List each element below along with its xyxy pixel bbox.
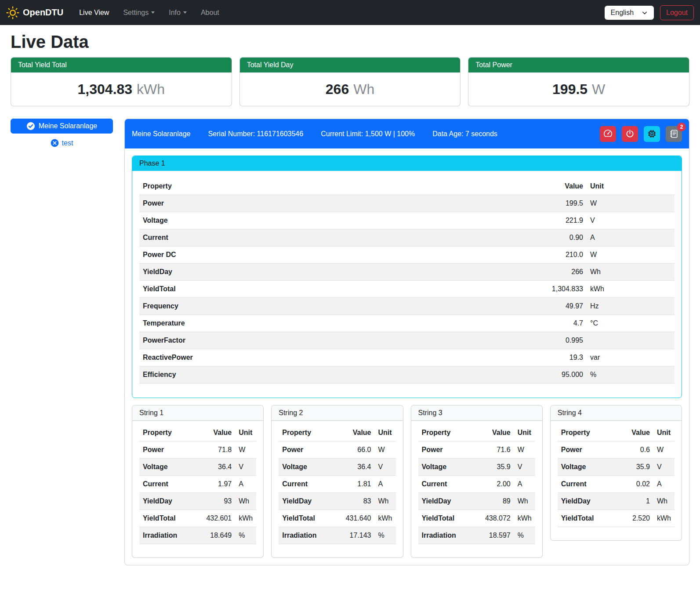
col-property: Property (139, 178, 534, 195)
inverter-data-age: Data Age: 7 seconds (432, 130, 497, 138)
value-cell: 71.8 (196, 441, 235, 459)
device-info-button[interactable] (644, 126, 660, 142)
value-cell: 17.143 (335, 527, 375, 544)
unit-cell: kWh (375, 510, 396, 527)
property-cell: Current (418, 476, 475, 493)
string-card-3: String 3 Property Value Unit (411, 405, 543, 558)
language-select[interactable]: English (605, 6, 654, 20)
value-cell: 0.90 (534, 229, 587, 246)
table-row: Efficiency95.000% (139, 366, 675, 384)
value-cell: 18.649 (196, 527, 235, 544)
language-value: English (611, 9, 634, 17)
unit-cell: kWh (587, 281, 675, 298)
card-unit: W (592, 81, 605, 98)
table-row: YieldTotal438.072kWh (418, 510, 535, 527)
unit-cell: A (587, 229, 675, 246)
property-cell: Power (418, 441, 475, 459)
power-toggle-button[interactable] (622, 126, 638, 142)
table-row: Irradiation17.143% (279, 527, 395, 544)
property-cell: Efficiency (139, 366, 534, 384)
card-total-yield-total: Total Yield Total 1,304.83 kWh (11, 57, 232, 106)
property-cell: ReactivePower (139, 349, 534, 366)
table-row: Voltage35.9V (558, 459, 675, 476)
value-cell: 36.4 (196, 459, 235, 476)
table-row: Irradiation18.597% (418, 527, 535, 544)
col-value: Value (196, 424, 235, 441)
unit-cell: W (514, 441, 535, 459)
value-cell: 4.7 (534, 315, 587, 332)
inverter-actions: 2 (600, 126, 682, 142)
property-cell: YieldDay (558, 493, 614, 510)
value-cell: 1.97 (196, 476, 235, 493)
caret-down-icon (183, 11, 187, 14)
string-card-2: String 2 Property Value Unit (271, 405, 403, 558)
unit-cell: A (514, 476, 535, 493)
inverter-item-test[interactable]: test (11, 139, 113, 147)
property-cell: Current (558, 476, 614, 493)
nav-item-info[interactable]: Info (162, 5, 194, 20)
nav-item-live-view[interactable]: Live View (72, 5, 116, 20)
event-count-badge: 2 (677, 123, 686, 131)
string-card-1: String 1 Property Value Unit (132, 405, 264, 558)
inverter-item-selected[interactable]: Meine Solaranlage (11, 119, 113, 134)
card-title: Total Power (468, 58, 689, 72)
table-row: Voltage36.4V (139, 459, 256, 476)
unit-cell: W (375, 441, 396, 459)
string-title: String 1 (132, 405, 263, 421)
table-row: YieldTotal1,304.833kWh (139, 281, 675, 298)
chevron-down-icon (642, 10, 648, 16)
inverter-limit: Current Limit: 1,500 W | 100% (321, 130, 415, 138)
card-unit: Wh (353, 81, 374, 98)
value-cell: 18.597 (475, 527, 514, 544)
property-cell: Voltage (139, 459, 196, 476)
nav-item-settings[interactable]: Settings (116, 5, 162, 20)
value-cell: 83 (335, 493, 375, 510)
logout-button[interactable]: Logout (660, 5, 694, 20)
string-table: Property Value Unit Power0.6W Voltage35.… (558, 424, 675, 527)
event-log-button[interactable]: 2 (666, 126, 682, 142)
table-row: YieldDay89Wh (418, 493, 535, 510)
limit-settings-button[interactable] (600, 126, 616, 142)
value-cell: 93 (196, 493, 235, 510)
property-cell: PowerFactor (139, 332, 534, 349)
property-cell: Irradiation (418, 527, 475, 544)
table-row: Irradiation18.649% (139, 527, 256, 544)
main-content: Live Data Total Yield Total 1,304.83 kWh… (0, 32, 700, 572)
col-value: Value (534, 178, 587, 195)
col-unit: Unit (587, 178, 675, 195)
table-row: Current0.90A (139, 229, 675, 246)
phase-card: Phase 1 Property Value Unit (132, 156, 682, 398)
table-row: Power71.6W (418, 441, 535, 459)
property-cell: Voltage (279, 459, 335, 476)
unit-cell: W (587, 246, 675, 264)
property-cell: YieldTotal (279, 510, 335, 527)
card-title: Total Yield Total (11, 58, 232, 72)
unit-cell: % (375, 527, 396, 544)
unit-cell: V (235, 459, 256, 476)
inverter-item-label: Meine Solaranlage (39, 122, 97, 130)
property-cell: Current (139, 229, 534, 246)
property-cell: YieldTotal (558, 510, 614, 527)
table-row: YieldDay1Wh (558, 493, 675, 510)
col-unit: Unit (375, 424, 396, 441)
nav-label: Settings (123, 9, 149, 17)
table-row: YieldTotal431.640kWh (279, 510, 395, 527)
nav-label: Info (169, 9, 181, 17)
value-cell: 210.0 (534, 246, 587, 264)
table-row: Power199.5W (139, 195, 675, 212)
journal-text-icon (669, 129, 678, 138)
strings-row: String 1 Property Value Unit (132, 405, 682, 558)
nav-item-about[interactable]: About (194, 5, 226, 20)
nav-label: About (201, 9, 219, 17)
phase-table: Property Value Unit Power199.5W Voltage2… (139, 178, 675, 384)
card-title: Total Yield Day (240, 58, 461, 72)
property-cell: Current (139, 476, 196, 493)
unit-cell: V (653, 459, 675, 476)
property-cell: Power (139, 195, 534, 212)
table-row: Voltage35.9V (418, 459, 535, 476)
brand[interactable]: OpenDTU (6, 6, 63, 19)
table-row: Frequency49.97Hz (139, 298, 675, 315)
property-cell: Power (558, 441, 614, 459)
card-value: 266 (326, 81, 349, 98)
nav-links: Live View Settings Info About (72, 5, 226, 20)
